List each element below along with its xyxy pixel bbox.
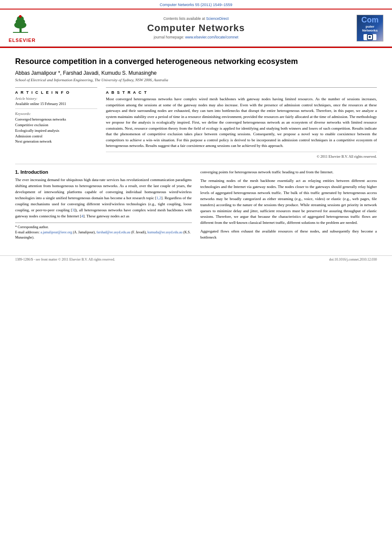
- paper-title: Resource competition in a converged hete…: [15, 57, 377, 67]
- bottom-bar: 1389-1286/$ - see front matter © 2011 El…: [0, 255, 392, 263]
- abstract-text: Most converged heterogeneous networks ha…: [106, 96, 377, 149]
- svg-rect-6: [13, 32, 28, 33]
- article-info-header: A R T I C L E I N F O: [15, 88, 97, 96]
- article-info-abstract-section: A R T I C L E I N F O Article history: A…: [15, 87, 377, 159]
- sciencedirect-link[interactable]: ScienceDirect: [206, 16, 229, 21]
- issn-text: 1389-1286/$ - see front matter © 2011 El…: [15, 258, 115, 261]
- email-1-link[interactable]: a.jamalipour@ieee.org: [41, 230, 72, 234]
- authors: Abbas Jamalipour *, Farshad Javadi, Kumu…: [15, 70, 377, 76]
- elsevier-tree-icon: [9, 13, 32, 37]
- footnote-area: * Corresponding author. E-mail addresses…: [15, 223, 192, 240]
- keyword-3: Ecologically inspired analysis: [15, 128, 97, 134]
- authors-text: Abbas Jamalipour *, Farshad Javadi, Kumu…: [15, 70, 157, 76]
- article-info-column: A R T I C L E I N F O Article history: A…: [15, 87, 97, 159]
- journal-homepage: journal homepage: www.elsevier.com/locat…: [43, 35, 349, 39]
- copyright-line: © 2011 Elsevier B.V. All rights reserved…: [106, 152, 377, 159]
- affiliation: School of Electrical and Information Eng…: [15, 78, 377, 82]
- journal-title-area: Contents lists available at ScienceDirec…: [43, 16, 349, 39]
- body-col-right: converging points for heterogeneous netw…: [201, 169, 377, 243]
- section-1-title: 1. Introduction: [15, 169, 192, 175]
- elsevier-wordmark: ELSEVIER: [9, 38, 35, 43]
- keywords-list: Converged heterogenous networks Competit…: [15, 117, 97, 144]
- intro-para-1: The ever increasing demand for ubiquitou…: [15, 177, 192, 220]
- doi-text: doi:10.1016/j.comnet.2010.12.030: [329, 258, 377, 261]
- elsevier-logo: ELSEVIER: [9, 13, 43, 43]
- email-3-link[interactable]: kumudu@ee.usyd.edu.au: [147, 230, 182, 234]
- body-col-left: 1. Introduction The ever increasing dema…: [15, 169, 192, 243]
- keyword-2: Competitive exclusion: [15, 122, 97, 128]
- email-2-link[interactable]: farshad@ee.usyd.edu.au: [96, 230, 130, 234]
- abstract-header: A B S T R A C T: [106, 88, 377, 96]
- page-container: Computer Networks 55 (2011) 1549–1559 EL…: [0, 0, 392, 263]
- citation-text: Computer Networks 55 (2011) 1549–1559: [159, 3, 232, 7]
- intro-para-2: converging points for heterogeneous netw…: [201, 169, 377, 175]
- keywords-label: Keywords:: [15, 111, 97, 116]
- homepage-url[interactable]: www.elsevier.com/locate/comnet: [185, 35, 238, 39]
- footnote-corresponding: * Corresponding author.: [15, 225, 192, 230]
- contents-line: Contents lists available at ScienceDirec…: [43, 16, 349, 21]
- abstract-column: A B S T R A C T Most converged heterogen…: [106, 87, 377, 159]
- intro-para-3: The remaining nodes of the mesh backbone…: [201, 178, 377, 226]
- svg-point-5: [19, 15, 22, 18]
- keyword-5: Next generation network: [15, 139, 97, 144]
- intro-para-4: Aggregated flows often exhaust the avail…: [201, 229, 377, 241]
- journal-header: ELSEVIER Contents lists available at Sci…: [0, 9, 392, 47]
- body-two-col: 1. Introduction The ever increasing dema…: [15, 169, 377, 243]
- keyword-1: Converged heterogenous networks: [15, 117, 97, 122]
- journal-main-title: Computer Networks: [43, 22, 349, 34]
- history-value: Available online 15 February 2011: [15, 102, 97, 106]
- history-label: Article history:: [15, 96, 97, 101]
- main-content: Resource competition in a converged hete…: [0, 48, 392, 252]
- journal-logo-box: Com puter Networks: [357, 15, 383, 41]
- journal-logo-right: Com puter Networks: [349, 15, 383, 41]
- section-divider: [15, 164, 377, 164]
- footnote-emails: E-mail addresses: a.jamalipour@ieee.org …: [15, 230, 192, 240]
- journal-citation: Computer Networks 55 (2011) 1549–1559: [0, 0, 392, 9]
- keyword-4: Admission control: [15, 134, 97, 139]
